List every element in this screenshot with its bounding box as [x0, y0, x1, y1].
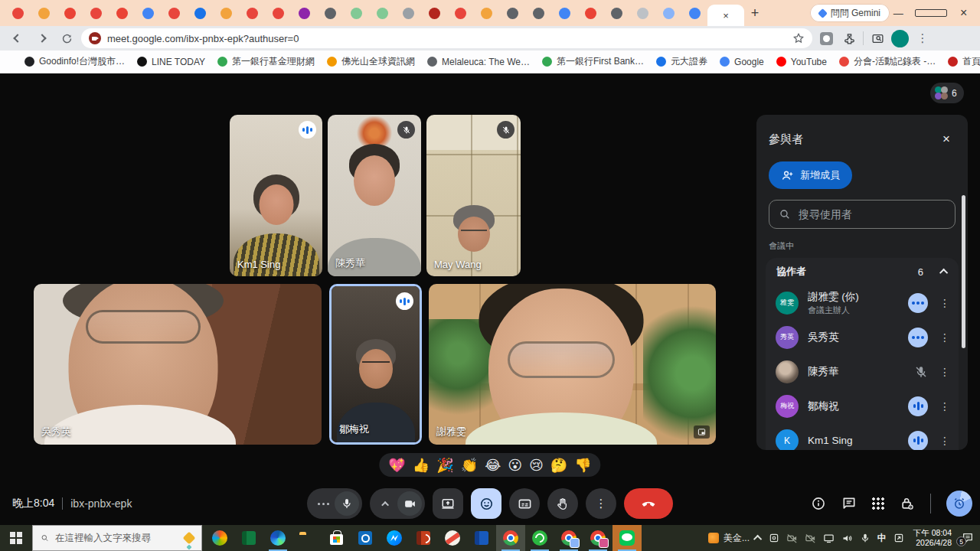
add-member-button[interactable]: 新增成員 [769, 161, 852, 189]
pinned-tab[interactable] [369, 0, 395, 26]
bookmark-item[interactable]: 分會-活動記錄表 -… [833, 53, 942, 70]
video-tile-zou-meizhu[interactable]: 鄒梅祝 [329, 284, 422, 445]
close-window-button[interactable]: × [947, 0, 980, 26]
edge-icon[interactable] [263, 525, 292, 551]
pinned-tab[interactable] [31, 0, 57, 26]
word-icon[interactable] [467, 525, 496, 551]
tab-close-icon[interactable]: × [723, 10, 729, 21]
pinned-tab[interactable] [655, 0, 681, 26]
camera-off-icon[interactable] [786, 533, 798, 544]
active-tab[interactable]: × [707, 5, 744, 26]
reaction-button[interactable]: 🎉 [436, 458, 453, 472]
pinned-tab[interactable] [239, 0, 265, 26]
camera-options-button[interactable] [377, 488, 394, 519]
reactions-toggle-button[interactable] [471, 488, 501, 519]
tray-clock[interactable]: 下午 08:04 2026/4/28 [913, 528, 952, 548]
taskbar-search-input[interactable] [55, 533, 178, 543]
display-cast-icon[interactable] [823, 533, 835, 544]
pinned-tab[interactable] [135, 0, 161, 26]
pinned-tab[interactable] [291, 0, 317, 26]
bookmark-item[interactable]: LINE TODAY [131, 54, 211, 70]
raise-hand-button[interactable] [547, 488, 578, 519]
outlook-icon[interactable] [351, 525, 380, 551]
pinned-tab[interactable] [161, 0, 187, 26]
tray-expand-chevron[interactable] [756, 535, 762, 541]
pinned-tab[interactable] [603, 0, 629, 26]
pinned-tab[interactable] [551, 0, 577, 26]
collaborators-header[interactable]: 協作者 6 [766, 258, 959, 285]
pinned-tab[interactable] [213, 0, 239, 26]
pinned-tab[interactable] [83, 0, 109, 26]
participant-menu-button[interactable]: ⋮ [939, 297, 951, 309]
bookmark-star-icon[interactable] [792, 32, 805, 44]
pinned-tab[interactable] [187, 0, 213, 26]
close-panel-button[interactable]: × [937, 130, 956, 148]
video-tile-may-wang[interactable]: May Wang [426, 115, 521, 276]
search-input[interactable] [799, 208, 946, 220]
pinned-tab[interactable] [421, 0, 447, 26]
participant-menu-button[interactable]: ⋮ [939, 435, 951, 447]
messenger-icon[interactable] [380, 525, 409, 551]
video-tile-wu-xiuying[interactable]: 吳秀英 [34, 284, 322, 445]
chrome-pink-icon[interactable] [583, 525, 612, 551]
store-icon[interactable] [322, 525, 351, 551]
maximize-button[interactable] [915, 0, 948, 26]
bookmark-item[interactable]: Google [714, 54, 770, 70]
mic-button[interactable] [335, 491, 359, 516]
chat-button[interactable] [841, 496, 857, 511]
reaction-button[interactable]: 😢 [529, 458, 544, 472]
pinned-tab[interactable] [681, 0, 707, 26]
pinned-tab[interactable] [629, 0, 655, 26]
participants-count-badge[interactable]: 6 [930, 83, 964, 103]
bookmark-item[interactable]: 第一銀行First Bank… [536, 53, 650, 70]
extensions-puzzle-icon[interactable] [840, 29, 858, 47]
reaction-button[interactable]: 👏 [461, 458, 478, 472]
participant-menu-button[interactable]: ⋮ [939, 400, 951, 412]
reaction-button[interactable]: 🤔 [550, 458, 567, 472]
participant-row[interactable]: 陳秀華 ⋮ [766, 354, 959, 389]
address-bar[interactable]: meet.google.com/ibx-pnbx-epk?authuser=0 [81, 28, 812, 48]
activities-button[interactable] [872, 497, 884, 510]
powerpoint-icon[interactable] [409, 525, 438, 551]
line-icon[interactable] [612, 525, 642, 551]
bookmark-item[interactable]: 元大證券 [650, 53, 714, 70]
pinned-tab[interactable] [265, 0, 291, 26]
participant-row[interactable]: 雅雯 謝雅雯 (你) 會議主辦人 ⋮ [766, 285, 959, 320]
participant-menu-button[interactable]: ⋮ [939, 366, 951, 378]
search-sidebar-icon[interactable] [868, 29, 887, 47]
pinned-tab[interactable] [317, 0, 343, 26]
reaction-button[interactable]: 😂 [485, 458, 501, 472]
pinned-tab[interactable] [447, 0, 473, 26]
camera-off-icon[interactable] [805, 533, 816, 544]
chrome-blue-icon[interactable] [554, 525, 583, 551]
camera-button[interactable] [397, 491, 422, 516]
back-button[interactable] [8, 28, 28, 48]
explorer-icon[interactable] [292, 525, 322, 551]
rocket-icon[interactable] [438, 525, 467, 551]
pinned-tab[interactable] [577, 0, 603, 26]
pinned-tab[interactable] [343, 0, 369, 26]
excel-icon[interactable] [234, 525, 263, 551]
captions-button[interactable] [509, 488, 540, 519]
bookmark-item[interactable]: YouTube [770, 54, 833, 70]
browser-menu-button[interactable]: ⋮ [913, 29, 932, 47]
chrome-icon[interactable] [496, 525, 525, 551]
reaction-button[interactable]: 💖 [388, 458, 405, 472]
ime-indicator[interactable]: 中 [877, 532, 887, 545]
copilot-icon[interactable] [205, 525, 234, 551]
forward-button[interactable] [32, 28, 52, 48]
timer-widget[interactable] [946, 491, 972, 517]
start-button[interactable] [0, 525, 32, 551]
reload-button[interactable] [57, 28, 77, 48]
bookmark-item[interactable]: 佛光山全球資訊網 [321, 53, 421, 70]
pinned-tab[interactable] [5, 0, 31, 26]
gemini-button[interactable]: 問問 Gemini [810, 4, 890, 22]
site-info-icon[interactable] [89, 32, 101, 44]
bookmark-item[interactable]: 首頁 | 人間福報 [942, 53, 980, 70]
tray-app-icon[interactable] [769, 533, 779, 543]
pinned-tab[interactable] [57, 0, 83, 26]
tray-ticker[interactable]: 美金... [708, 532, 750, 545]
input-method-icon[interactable] [893, 533, 904, 543]
expand-tile-icon[interactable] [694, 425, 710, 439]
reaction-button[interactable]: 👍 [413, 458, 430, 472]
